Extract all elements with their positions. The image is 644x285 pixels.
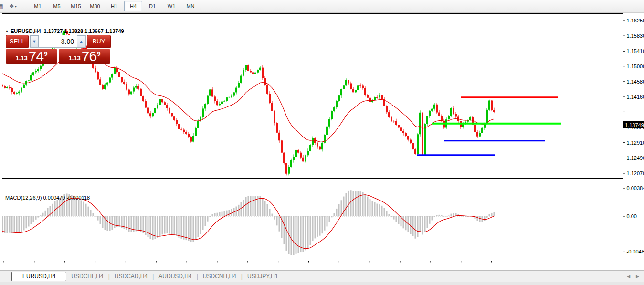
- buy-price-tile[interactable]: 1.13 76 9: [59, 49, 110, 64]
- tab-usdjpy-h1[interactable]: USDJPY,H1: [243, 272, 283, 281]
- tab-scroll-arrows: ◀ ▶: [627, 274, 639, 279]
- tab-usdchf-h4[interactable]: USDCHF,H4: [66, 272, 108, 281]
- price-tick-label: 1.14160: [627, 94, 644, 100]
- timeframe-button-m15[interactable]: M15: [67, 1, 85, 11]
- chart-area[interactable]: 1.162501.158301.154101.150001.145801.141…: [0, 13, 644, 270]
- ohlc-high: 1.13828: [64, 28, 83, 34]
- macd-signal-line: [2, 195, 494, 249]
- sell-price-tile[interactable]: 1.13 74 9: [6, 49, 57, 64]
- tile-windows-icon[interactable]: ❖ ▾: [8, 2, 18, 11]
- timeframe-button-group: M1M5M15M30H1H4D1W1MN: [28, 1, 200, 11]
- collapse-chart-icon[interactable]: ▲: [5, 29, 9, 32]
- sell-price-prefix: 1.13: [16, 53, 28, 63]
- sell-price-sup: 9: [44, 52, 47, 56]
- timeframe-button-m5[interactable]: M5: [48, 1, 66, 11]
- timeframe-button-mn[interactable]: MN: [181, 1, 200, 11]
- price-tick-label: 1.12490: [627, 155, 644, 161]
- price-tick-label: 1.16250: [627, 18, 644, 23]
- volume-increase-button[interactable]: ▲: [77, 35, 85, 47]
- macd-tick-label: 0.003847: [627, 185, 644, 191]
- scroll-tabs-right-icon[interactable]: ▶: [636, 274, 639, 279]
- timeframe-button-m30[interactable]: M30: [86, 1, 104, 11]
- volume-decrease-button[interactable]: ▼: [30, 35, 39, 47]
- buy-price-sup: 9: [97, 52, 100, 56]
- timeframe-button-d1[interactable]: D1: [143, 1, 161, 11]
- timeframe-button-h4[interactable]: H4: [124, 1, 142, 11]
- toolbar-separator: [22, 1, 25, 11]
- macd-tick-label: 0.00: [627, 213, 637, 219]
- status-bar: [0, 282, 644, 285]
- price-tick-label: 1.15830: [627, 33, 644, 39]
- chart-tabs: EURUSD,H4USDCHF,H4|USDCAD,H4|AUDUSD,H4|U…: [0, 272, 283, 281]
- trading-terminal-window: ▦ ❖ ▾ M1M5M15M30H1H4D1W1MN 1.162501.1583…: [0, 0, 644, 285]
- buy-price-big: 76: [82, 50, 96, 63]
- ohlc-low: 1.13667: [84, 28, 104, 34]
- tab-usdcad-h4[interactable]: USDCAD,H4: [110, 272, 152, 281]
- macd-indicator-label: MACD(12,26,9) 0.000479 -0.000118: [5, 195, 90, 201]
- ohlc-close: 1.13749: [105, 28, 124, 34]
- tab-usdcnh-h4[interactable]: USDCNH,H4: [198, 272, 241, 281]
- chart-title-ohlc: ▲EURUSD,H4 1.137271.138281.136671.13749: [5, 28, 126, 34]
- tab-eurusd-h4[interactable]: EURUSD,H4: [11, 272, 66, 281]
- tab-audusd-h4[interactable]: AUDUSD,H4: [154, 272, 196, 281]
- price-tick-label: 1.14580: [627, 79, 644, 84]
- scroll-tabs-left-icon[interactable]: ◀: [627, 274, 630, 279]
- buy-price-prefix: 1.13: [69, 53, 81, 63]
- chart-symbol: EURUSD,H4: [11, 28, 41, 34]
- timeframe-button-m1[interactable]: M1: [29, 1, 47, 11]
- ohlc-open: 1.13727: [44, 28, 63, 34]
- macd-pane-border: [2, 180, 623, 261]
- sell-price-big: 74: [29, 50, 43, 63]
- price-tick-label: 1.15000: [627, 63, 644, 69]
- timeframe-button-h1[interactable]: H1: [105, 1, 123, 11]
- chart-tabs-bar: EURUSD,H4USDCHF,H4|USDCAD,H4|AUDUSD,H4|U…: [0, 270, 644, 282]
- price-tick-label: 1.12070: [627, 170, 644, 176]
- new-chart-window-icon[interactable]: ▦: [0, 2, 5, 11]
- price-tick-label: 1.15410: [627, 48, 644, 54]
- one-click-trading-widget: SELL ▼ ▲ BUY 1.13 74 9 1.13 76 9: [6, 35, 111, 65]
- chevron-down-icon: ▾: [15, 4, 17, 9]
- top-toolbar: ▦ ❖ ▾ M1M5M15M30H1H4D1W1MN: [0, 0, 644, 13]
- tile-windows-glyph: ❖: [9, 3, 14, 10]
- volume-stepper: ▼ ▲: [30, 35, 86, 48]
- macd-tick-label: -0.004856: [627, 249, 644, 254]
- price-tick-label: 1.12910: [627, 140, 644, 146]
- volume-input[interactable]: [39, 35, 77, 47]
- buy-button[interactable]: BUY: [87, 35, 111, 48]
- timeframe-button-w1[interactable]: W1: [162, 1, 180, 11]
- current-price-badge: 1.13749: [623, 121, 644, 128]
- sell-button[interactable]: SELL: [6, 35, 29, 48]
